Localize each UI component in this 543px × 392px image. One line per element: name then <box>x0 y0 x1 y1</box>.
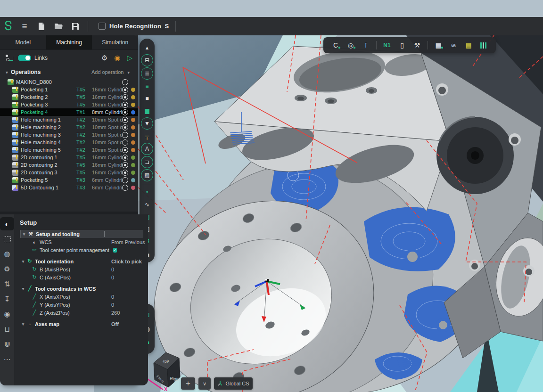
tool-visibility-icon[interactable]: ▼ <box>141 117 153 130</box>
operation-row[interactable]: Hole machining 5 T#2 10mm Spot drill <box>0 146 138 154</box>
operation-row[interactable]: Hole machining 4 T#2 10mm Spot drill <box>0 139 138 146</box>
property-value[interactable]: Off <box>109 321 148 327</box>
property-value[interactable]: 0 <box>109 302 148 308</box>
machine-visibility-icon[interactable]: ⊟ <box>141 54 153 66</box>
operation-enabled-radio[interactable] <box>122 185 128 191</box>
operation-row[interactable]: Pocketing 5 T#3 6mm Cylindrical <box>0 176 138 184</box>
open-project-button[interactable] <box>51 20 66 33</box>
holder-icon[interactable]: ⊔ <box>0 323 14 336</box>
operation-enabled-radio[interactable] <box>122 102 128 108</box>
operation-row[interactable]: 2D contouring 2 T#5 16mm Cylindrical <box>0 161 138 169</box>
property-value[interactable]: 0 <box>109 275 148 280</box>
clamp-icon[interactable]: ⋓ <box>0 338 14 351</box>
fixture-visibility-icon[interactable]: ▆ <box>141 105 153 116</box>
setup-property-row[interactable]: ▾ ╱ X (AxisXPos) 0 <box>20 293 148 301</box>
add-cs-button[interactable]: + <box>181 377 195 390</box>
operation-row[interactable]: Pocketing 3 T#5 16mm Cylindrical <box>0 101 138 108</box>
setup-property-row[interactable]: ▾ ◐ WCS From Previous <box>20 238 148 246</box>
operation-enabled-radio[interactable] <box>122 177 128 183</box>
links-toggle[interactable] <box>18 55 31 61</box>
more-ellipsis-icon[interactable]: ⋯ <box>0 353 14 366</box>
operation-enabled-radio[interactable] <box>122 109 128 115</box>
property-value[interactable]: 0 <box>109 267 148 272</box>
measure-tape-icon[interactable]: ◎ <box>344 40 357 51</box>
tab-simulation[interactable]: Simulation <box>92 35 138 49</box>
property-value[interactable]: Click to pick <box>109 259 148 264</box>
operation-row[interactable]: 2D contouring 3 T#5 16mm Cylindrical <box>0 169 138 176</box>
nc-program-icon[interactable]: N1 <box>380 40 394 51</box>
operation-row[interactable]: Pocketing 1 T#5 16mm Cylindrical <box>0 86 138 93</box>
operation-enabled-radio[interactable] <box>122 155 128 161</box>
tool-icon[interactable]: ↧ <box>0 293 14 306</box>
operation-row[interactable]: Hole machining 2 T#2 10mm Spot drill <box>0 123 138 131</box>
operation-enabled-radio[interactable] <box>122 117 128 123</box>
stock-visibility-icon[interactable]: ≣ <box>141 67 153 80</box>
machine-status-radio[interactable] <box>122 79 128 85</box>
operation-row[interactable]: Hole machining 1 T#2 10mm Spot drill <box>0 116 138 123</box>
property-value[interactable]: 260 <box>109 310 148 316</box>
operation-enabled-radio[interactable] <box>122 87 128 93</box>
setup-property-row[interactable]: ▾ ↻ Tool orientation Click to pick <box>20 257 148 265</box>
operations-settings-gear-icon[interactable]: ⚙ <box>101 54 107 62</box>
checkbox-checked-icon[interactable]: ✓ <box>113 248 117 253</box>
new-project-button[interactable] <box>34 20 49 33</box>
save-project-button[interactable] <box>68 20 82 33</box>
points-visibility-icon[interactable]: • <box>141 187 153 198</box>
operation-row[interactable]: Pocketing 2 T#5 16mm Cylindrical <box>0 93 138 101</box>
setup-property-row[interactable]: ▾ ⚒ Setup and tooling <box>20 230 143 238</box>
operation-enabled-radio[interactable] <box>122 94 128 100</box>
wcs-setup-icon[interactable]: ◐ <box>0 217 14 230</box>
operation-row[interactable]: 5D Contouring 1 T#3 6mm Cylindrical <box>0 184 138 191</box>
strategy-icon[interactable]: ◍ <box>0 247 14 261</box>
operation-row[interactable]: Pocketing 4 T#1 8mm Cylindrical <box>0 108 138 116</box>
tab-model[interactable]: Model <box>0 35 46 49</box>
collapse-chevron-icon[interactable]: ▴ <box>141 42 153 53</box>
snap-magnet-icon[interactable]: C <box>329 40 342 51</box>
operation-enabled-radio[interactable] <box>122 162 128 168</box>
setup-property-row[interactable]: ▾ ╱ Z (AxisZPos) 260 <box>20 309 148 317</box>
caliper-icon[interactable]: ⊺ <box>359 40 372 51</box>
operation-enabled-radio[interactable] <box>122 147 128 153</box>
property-value[interactable] <box>104 231 143 237</box>
curves-visibility-icon[interactable]: ∿ <box>141 199 153 210</box>
setup-property-row[interactable]: ▾ ▫ Axes map Off <box>20 320 148 328</box>
toolpath-waves-icon[interactable]: ≋ <box>447 40 460 51</box>
statistics-bars-icon[interactable] <box>477 40 490 51</box>
links-graph-icon[interactable] <box>6 55 13 61</box>
toolholder-visibility-icon[interactable]: ╤ <box>141 131 153 142</box>
document-icon[interactable]: ▯ <box>395 40 409 51</box>
stock-result-icon[interactable]: ≡ <box>141 81 153 92</box>
parameters-gear-icon[interactable]: ⚙ <box>0 262 14 276</box>
setup-property-row[interactable]: ▾ ╱ Tool coordinates in WCS <box>20 285 148 293</box>
operation-enabled-radio[interactable] <box>122 170 128 176</box>
app-logo-icon[interactable] <box>0 17 16 35</box>
property-value[interactable]: 0 <box>109 294 148 300</box>
control-panel-icon[interactable]: ▦ <box>432 40 445 51</box>
tools-icon[interactable]: ⚒ <box>411 40 424 51</box>
setup-property-row[interactable]: ▾ ↻ B (AxisBPos) 0 <box>20 265 148 273</box>
chevron-down-icon[interactable]: ▾ <box>20 286 26 291</box>
property-value[interactable]: From Previous <box>109 239 148 245</box>
layers-icon[interactable]: ▤ <box>462 40 475 51</box>
run-simulation-icon[interactable]: ▷ <box>127 54 132 62</box>
operation-row[interactable]: 2D contouring 1 T#5 16mm Cylindrical <box>0 154 138 161</box>
chevron-down-icon[interactable]: ▾ <box>20 259 26 264</box>
operation-row[interactable]: Hole machining 3 T#2 10mm Spot drill <box>0 131 138 139</box>
tab-machining[interactable]: Machining <box>46 35 92 49</box>
operation-enabled-radio[interactable] <box>122 124 128 131</box>
operation-enabled-radio[interactable] <box>122 132 128 138</box>
cs-dropdown-chevron[interactable]: ∨ <box>198 377 211 390</box>
add-operation-button[interactable]: Add operation▾ <box>91 69 132 75</box>
stock-icon[interactable] <box>0 232 14 245</box>
chevron-down-icon[interactable]: ▾ <box>6 70 8 75</box>
setup-property-row[interactable]: ▾ ↻ C (AxisCPos) 0 <box>20 273 148 281</box>
setup-property-row[interactable]: ▾ ╱ Y (AxisYPos) 0 <box>20 301 148 309</box>
property-value[interactable]: ✓ <box>109 247 148 253</box>
chevron-down-icon[interactable]: ▾ <box>21 232 27 237</box>
mesh-visibility-icon[interactable]: ▨ <box>141 169 153 181</box>
workpiece-visibility-icon[interactable]: ■ <box>141 93 153 104</box>
main-menu-button[interactable]: ≡ <box>17 20 32 33</box>
holder-visibility-icon[interactable]: ⊐ <box>141 156 153 168</box>
chevron-down-icon[interactable]: ▾ <box>20 322 26 327</box>
levels-icon[interactable]: ⇅ <box>0 278 14 291</box>
